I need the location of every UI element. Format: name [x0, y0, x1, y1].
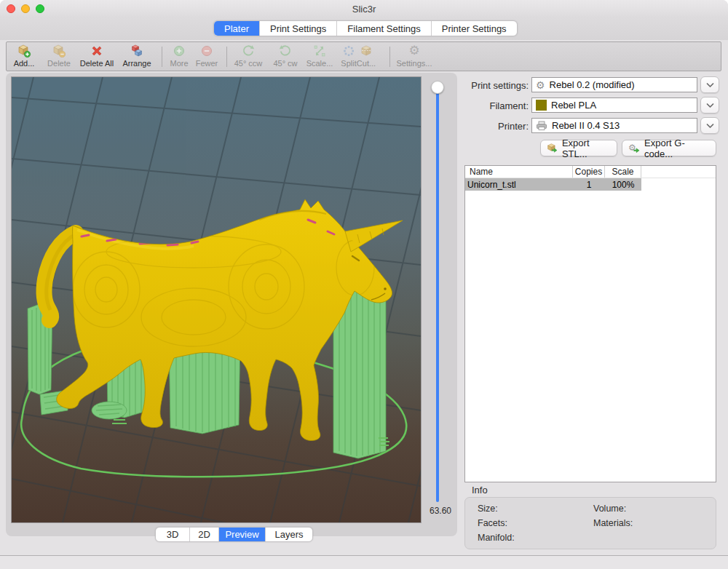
preview-panel: 63.60 — [6, 73, 457, 536]
cell-scale: 100% — [605, 178, 641, 191]
tab-2d-view[interactable]: 2D — [190, 528, 219, 541]
arrange-button[interactable]: Arrange — [116, 43, 157, 71]
toolbar-separator — [226, 47, 227, 67]
preview-3d-canvas[interactable] — [12, 77, 421, 522]
layer-slider-knob[interactable] — [431, 81, 444, 94]
gear-icon: ⚙ — [536, 79, 545, 92]
chevron-down-icon — [706, 82, 714, 88]
info-volume-label: Volume: — [593, 504, 626, 514]
info-group-title: Info — [472, 485, 488, 496]
filament-dropdown-button[interactable] — [700, 97, 719, 114]
titlebar: Slic3r — [0, 0, 728, 17]
info-facets-label: Facets: — [478, 518, 507, 528]
info-manifold-label: Manifold: — [478, 533, 515, 543]
column-header-scale[interactable]: Scale — [605, 166, 641, 178]
more-button[interactable]: More — [165, 43, 193, 71]
traffic-lights — [7, 4, 44, 13]
rotate-ccw-button[interactable]: 45° ccw — [229, 43, 267, 71]
status-bar — [0, 555, 728, 569]
export-gcode-button[interactable]: ⚙ Export G-code... — [622, 140, 716, 156]
rotate-ccw-icon — [241, 43, 256, 58]
object-list-header: Name Copies Scale — [465, 166, 716, 178]
cell-name: Unicorn_t.stl — [465, 178, 573, 191]
scale-button[interactable]: Scale... — [303, 43, 336, 71]
toolbar: Add... Delete Delete All Arrange More — [6, 41, 721, 71]
box-add-icon — [17, 43, 31, 58]
minimize-button[interactable] — [21, 4, 30, 13]
tab-filament-settings[interactable]: Filament Settings — [337, 21, 431, 36]
column-header-copies[interactable]: Copies — [573, 166, 605, 178]
delete-all-icon — [90, 43, 104, 58]
layer-slider-track[interactable] — [436, 84, 439, 502]
delete-button[interactable]: Delete — [42, 43, 76, 71]
tab-printer-settings[interactable]: Printer Settings — [432, 21, 517, 36]
tab-print-settings[interactable]: Print Settings — [260, 21, 337, 36]
tab-preview-view[interactable]: Preview — [219, 528, 266, 541]
info-box: Size: Facets: Manifold: Volume: Material… — [464, 497, 716, 549]
tab-3d-view[interactable]: 3D — [156, 528, 190, 541]
print-settings-combo[interactable]: ⚙ Rebel 0.2 (modified) — [531, 77, 697, 92]
rotate-cw-button[interactable]: 45° cw — [268, 43, 303, 71]
scale-icon — [312, 43, 327, 58]
info-materials-label: Materials: — [593, 518, 633, 528]
box-delete-icon — [52, 43, 66, 58]
column-header-filler — [641, 166, 716, 178]
delete-all-button[interactable]: Delete All — [73, 43, 121, 71]
table-row[interactable]: Unicorn_t.stl 1 100% — [465, 178, 716, 191]
view-mode-tabs: 3D 2D Preview Layers — [155, 527, 313, 542]
column-header-name[interactable]: Name — [465, 166, 573, 178]
tab-plater[interactable]: Plater — [214, 21, 260, 36]
export-gcode-icon: ⚙ — [628, 142, 641, 155]
chevron-down-icon — [706, 123, 714, 129]
printer-dropdown-button[interactable] — [700, 117, 719, 134]
zoom-button[interactable] — [36, 4, 44, 13]
fewer-icon — [199, 43, 214, 58]
slic3r-window: Slic3r Plater Print Settings Filament Se… — [0, 0, 728, 569]
print-settings-dropdown-button[interactable] — [700, 76, 719, 93]
export-stl-icon — [547, 142, 558, 155]
toolbar-separator — [389, 47, 390, 67]
close-button[interactable] — [7, 4, 15, 13]
cut-icon — [359, 43, 373, 58]
fewer-button[interactable]: Fewer — [191, 43, 222, 71]
settings-button[interactable]: ⚙ Settings... — [392, 43, 437, 71]
main-tabstrip: Plater Print Settings Filament Settings … — [0, 17, 728, 40]
more-icon — [172, 43, 186, 58]
tab-layers-view[interactable]: Layers — [266, 528, 312, 541]
object-list: Name Copies Scale Unicorn_t.stl 1 100% — [464, 165, 716, 482]
toolbar-separator — [162, 47, 162, 67]
printer-label: Printer: — [459, 121, 529, 132]
cut-button[interactable]: Cut... — [352, 43, 381, 71]
filament-combo[interactable]: Rebel PLA — [531, 98, 697, 113]
window-title: Slic3r — [352, 4, 376, 15]
layer-height-value: 63.60 — [414, 506, 451, 516]
rotate-cw-icon — [278, 43, 293, 58]
info-size-label: Size: — [478, 504, 498, 514]
chevron-down-icon — [706, 103, 714, 108]
printer-icon — [536, 121, 547, 131]
printer-combo[interactable]: Rebel II 0.4 S13 — [531, 118, 697, 133]
settings-icon: ⚙ — [408, 43, 419, 58]
main-tabs: Plater Print Settings Filament Settings … — [213, 20, 518, 36]
add-button[interactable]: Add... — [8, 43, 40, 71]
print-settings-label: Print settings: — [459, 80, 529, 91]
filament-color-swatch — [536, 100, 547, 111]
arrange-icon — [130, 43, 144, 58]
filament-label: Filament: — [459, 100, 529, 111]
cell-copies: 1 — [573, 178, 605, 191]
export-stl-button[interactable]: Export STL... — [540, 140, 617, 156]
